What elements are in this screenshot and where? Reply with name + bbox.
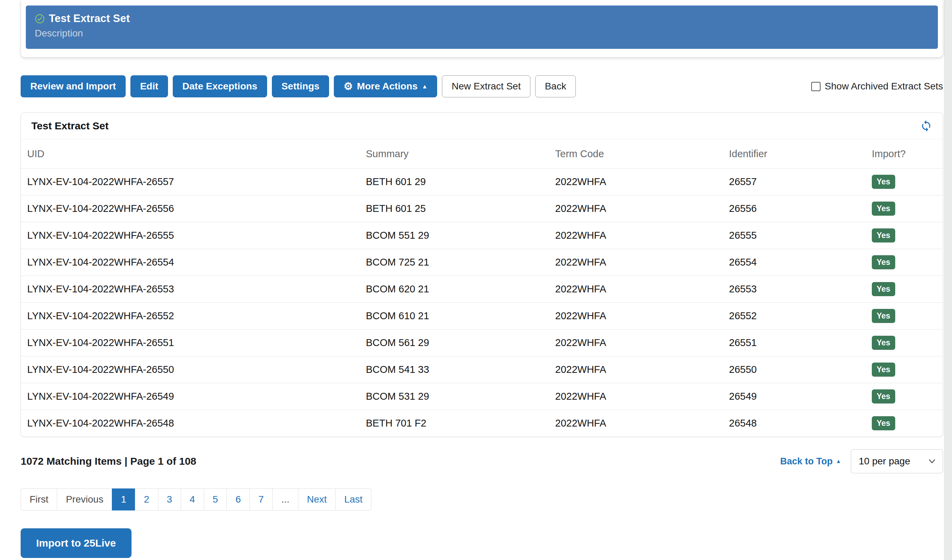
edit-button[interactable]: Edit <box>130 75 168 97</box>
page-ellipsis: ... <box>272 489 298 511</box>
import-badge: Yes <box>872 336 895 350</box>
import-to-25live-button[interactable]: Import to 25Live <box>21 528 131 558</box>
uid-cell: LYNX-EV-104-2022WHFA-26553 <box>21 276 360 303</box>
uid-cell: LYNX-EV-104-2022WHFA-26557 <box>21 168 360 195</box>
page-previous-button[interactable]: Previous <box>57 489 112 511</box>
more-actions-label: More Actions <box>357 81 417 92</box>
table-row: LYNX-EV-104-2022WHFA-26550 BCOM 541 33 2… <box>21 356 943 383</box>
import-cell: Yes <box>865 249 943 276</box>
import-badge: Yes <box>872 416 895 430</box>
summary-cell: BCOM 531 29 <box>360 383 549 410</box>
import-badge: Yes <box>872 309 895 323</box>
page-6-button[interactable]: 6 <box>226 489 250 511</box>
uid-cell: LYNX-EV-104-2022WHFA-26549 <box>21 383 360 410</box>
table-body: LYNX-EV-104-2022WHFA-26557 BETH 601 29 2… <box>21 168 943 437</box>
term-code-cell: 2022WHFA <box>549 195 723 222</box>
back-button[interactable]: Back <box>535 75 576 97</box>
pagination: FirstPrevious1234567...NextLast <box>21 489 371 511</box>
new-extract-set-button[interactable]: New Extract Set <box>442 75 530 97</box>
matching-items-text: 1072 Matching Items | Page 1 of 108 <box>21 455 196 467</box>
term-code-cell: 2022WHFA <box>549 410 723 437</box>
page-4-button[interactable]: 4 <box>181 489 204 511</box>
column-header-summary: Summary <box>360 139 549 168</box>
identifier-cell: 26552 <box>723 303 865 330</box>
table-row: LYNX-EV-104-2022WHFA-26553 BCOM 620 21 2… <box>21 276 943 303</box>
import-cell: Yes <box>865 276 943 303</box>
term-code-cell: 2022WHFA <box>549 330 723 356</box>
toolbar: Review and Import Edit Date Exceptions S… <box>21 75 943 97</box>
page-first-button[interactable]: First <box>21 489 57 511</box>
identifier-cell: 26553 <box>723 276 865 303</box>
page-1-button[interactable]: 1 <box>112 489 135 511</box>
table-row: LYNX-EV-104-2022WHFA-26552 BCOM 610 21 2… <box>21 303 943 330</box>
show-archived-control: Show Archived Extract Sets <box>811 81 943 92</box>
uid-cell: LYNX-EV-104-2022WHFA-26555 <box>21 222 360 249</box>
import-cell: Yes <box>865 330 943 356</box>
summary-cell: BCOM 725 21 <box>360 249 549 276</box>
check-circle-icon <box>35 14 45 24</box>
import-badge: Yes <box>872 175 895 189</box>
page-3-button[interactable]: 3 <box>158 489 181 511</box>
identifier-cell: 26550 <box>723 356 865 383</box>
chevron-down-icon <box>927 456 937 466</box>
uid-cell: LYNX-EV-104-2022WHFA-26548 <box>21 410 360 437</box>
refresh-icon <box>920 120 932 132</box>
page-7-button[interactable]: 7 <box>250 489 273 511</box>
refresh-button[interactable] <box>920 120 932 132</box>
term-code-cell: 2022WHFA <box>549 168 723 195</box>
import-badge: Yes <box>872 282 895 296</box>
date-exceptions-button[interactable]: Date Exceptions <box>173 75 267 97</box>
summary-cell: BCOM 551 29 <box>360 222 549 249</box>
column-header-term-code: Term Code <box>549 139 723 168</box>
column-header-import: Import? <box>865 139 943 168</box>
page-2-button[interactable]: 2 <box>135 489 158 511</box>
table-row: LYNX-EV-104-2022WHFA-26549 BCOM 531 29 2… <box>21 383 943 410</box>
import-cell: Yes <box>865 195 943 222</box>
extract-set-panel: Test Extract Set UID Summary Term Code I… <box>21 113 943 437</box>
import-badge: Yes <box>872 389 895 404</box>
page-next-button[interactable]: Next <box>298 489 336 511</box>
banner-subtitle: Description <box>35 28 938 39</box>
term-code-cell: 2022WHFA <box>549 356 723 383</box>
banner-card: Test Extract Set Description <box>21 0 943 57</box>
import-cell: Yes <box>865 410 943 437</box>
page-last-button[interactable]: Last <box>335 489 371 511</box>
panel-header: Test Extract Set <box>21 113 943 139</box>
panel-title: Test Extract Set <box>31 120 109 132</box>
extract-set-banner: Test Extract Set Description <box>26 6 938 49</box>
page-5-button[interactable]: 5 <box>204 489 227 511</box>
term-code-cell: 2022WHFA <box>549 303 723 330</box>
import-badge: Yes <box>872 255 895 269</box>
term-code-cell: 2022WHFA <box>549 383 723 410</box>
summary-cell: BCOM 620 21 <box>360 276 549 303</box>
gear-icon: ⚙ <box>343 81 353 91</box>
uid-cell: LYNX-EV-104-2022WHFA-26550 <box>21 356 360 383</box>
import-badge: Yes <box>872 363 895 376</box>
identifier-cell: 26551 <box>723 330 865 356</box>
identifier-cell: 26549 <box>723 383 865 410</box>
import-badge: Yes <box>872 228 895 242</box>
identifier-cell: 26554 <box>723 249 865 276</box>
uid-cell: LYNX-EV-104-2022WHFA-26554 <box>21 249 360 276</box>
show-archived-checkbox[interactable] <box>811 82 821 91</box>
import-badge: Yes <box>872 202 895 216</box>
more-actions-button[interactable]: ⚙ More Actions ▲ <box>334 75 437 97</box>
review-and-import-button[interactable]: Review and Import <box>21 75 126 97</box>
per-page-select[interactable]: 10 per page <box>851 449 943 473</box>
identifier-cell: 26548 <box>723 410 865 437</box>
extract-set-table: UID Summary Term Code Identifier Import?… <box>21 139 943 437</box>
show-archived-label[interactable]: Show Archived Extract Sets <box>825 81 943 92</box>
caret-up-icon: ▲ <box>836 458 841 464</box>
term-code-cell: 2022WHFA <box>549 276 723 303</box>
import-cell: Yes <box>865 383 943 410</box>
import-cell: Yes <box>865 356 943 383</box>
settings-button[interactable]: Settings <box>272 75 329 97</box>
term-code-cell: 2022WHFA <box>549 249 723 276</box>
page-scroll-gutter <box>944 0 952 560</box>
summary-cell: BCOM 610 21 <box>360 303 549 330</box>
back-to-top-link[interactable]: Back to Top ▲ <box>780 456 841 467</box>
table-row: LYNX-EV-104-2022WHFA-26554 BCOM 725 21 2… <box>21 249 943 276</box>
uid-cell: LYNX-EV-104-2022WHFA-26556 <box>21 195 360 222</box>
summary-cell: BETH 601 25 <box>360 195 549 222</box>
per-page-value: 10 per page <box>859 456 910 467</box>
